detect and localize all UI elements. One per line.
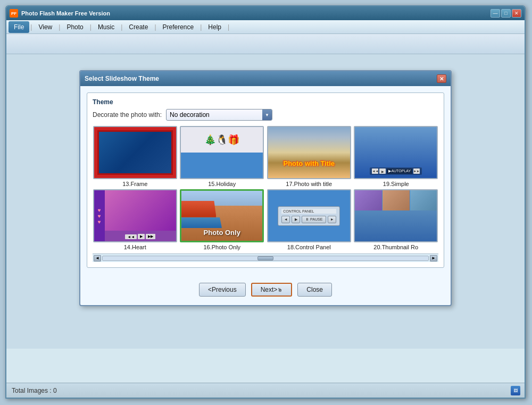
dropdown-arrow-icon: ▼	[262, 109, 272, 120]
theme-thumb-17: Photo with Title	[267, 126, 351, 179]
cp-title-label: CONTROL PANEL	[281, 209, 336, 214]
scroll-right-button[interactable]: ►	[430, 255, 437, 261]
minimize-button[interactable]: —	[491, 9, 500, 18]
thumbnail-row	[355, 190, 437, 210]
menu-sep-3: |	[89, 23, 93, 31]
menu-sep-2: |	[57, 23, 61, 31]
scroll-thumb	[257, 256, 273, 260]
holiday-top: 🎄🐧🎁	[181, 127, 263, 153]
theme-label-16: 16.Photo Only	[203, 244, 240, 250]
simple-controls: ◄◄ ▶ ▶AUTOPLAY ►►	[370, 167, 422, 175]
theme-label-20: 20.Thumbnail Ro	[373, 244, 418, 250]
maximize-button[interactable]: □	[501, 9, 511, 18]
menu-item-file[interactable]: File	[9, 21, 29, 33]
decoration-row: Decorate the photo with: No decoration ▼	[93, 109, 438, 121]
theme-thumb-20	[354, 189, 438, 242]
photo-title-overlay-text: Photo with Title	[268, 159, 350, 167]
previous-button[interactable]: <Previous	[199, 283, 246, 297]
scroll-left-button[interactable]: ◄	[94, 255, 101, 261]
control-panel-box: CONTROL PANEL ◄ ▶ ⏸ PAUSE ►	[278, 206, 340, 226]
app-icon: PF	[10, 9, 18, 18]
menu-item-view[interactable]: View	[33, 21, 57, 33]
cp-play-btn: ▶	[292, 216, 300, 223]
status-icon: 🖼	[511, 386, 520, 395]
theme-thumb-13	[93, 126, 177, 179]
dialog-close-button[interactable]: ✕	[437, 74, 446, 83]
theme-item-15[interactable]: 🎄🐧🎁 15.Holiday	[180, 126, 265, 187]
frame-decoration	[94, 127, 176, 178]
decoration-label: Decorate the photo with:	[93, 111, 162, 119]
close-button[interactable]: ✕	[512, 9, 521, 18]
status-bar: Total Images : 0 🖼	[6, 383, 525, 398]
menu-sep-4: |	[120, 23, 123, 31]
close-button-dialog[interactable]: Close	[297, 283, 332, 297]
cp-prev-btn: ◄	[281, 216, 290, 223]
mini-thumb-3	[410, 190, 437, 210]
app-window: PF Photo Flash Maker Free Version — □ ✕ …	[5, 5, 526, 399]
theme-section: Theme Decorate the photo with: No decora…	[87, 92, 444, 268]
menu-item-music[interactable]: Music	[93, 21, 120, 33]
next-button[interactable]: Next>🖱	[251, 283, 293, 297]
dialog-buttons: <Previous Next>🖱 Close	[80, 274, 451, 305]
simple-next-btn: ►►	[413, 168, 420, 174]
toolbar	[6, 34, 525, 54]
scroll-area: ◄ ►	[93, 254, 438, 262]
photo-only-decoration: Photo Only	[181, 191, 262, 241]
theme-section-title: Theme	[93, 98, 438, 106]
slideshow-theme-dialog: Select Slideshow Theme ✕ Theme Decorate …	[79, 70, 452, 306]
theme-label-17: 17.Photo with title	[286, 181, 332, 187]
theme-thumb-19: ◄◄ ▶ ▶AUTOPLAY ►►	[354, 126, 438, 179]
theme-thumb-16: Photo Only	[180, 189, 264, 242]
theme-item-14[interactable]: ♥ ♥ ♥ ◄◄ ▶ ▶▶	[93, 189, 178, 250]
photo-only-text: Photo Only	[181, 229, 262, 237]
status-text: Total Images : 0	[12, 387, 57, 394]
holiday-bottom	[181, 153, 263, 178]
dialog-title-bar: Select Slideshow Theme ✕	[80, 71, 451, 86]
menu-item-photo[interactable]: Photo	[61, 21, 88, 33]
beach-image	[268, 127, 350, 178]
simple-decoration: ◄◄ ▶ ▶AUTOPLAY ►►	[355, 127, 437, 178]
menu-item-help[interactable]: Help	[203, 21, 227, 33]
mini-thumb-1	[355, 190, 382, 210]
window-controls: — □ ✕	[491, 9, 521, 18]
main-area: Select Slideshow Theme ✕ Theme Decorate …	[6, 54, 525, 349]
app-title: Photo Flash Maker Free Version	[21, 10, 491, 16]
theme-item-16[interactable]: Photo Only 16.Photo Only	[180, 189, 265, 250]
simple-play-btn: ▶	[379, 168, 386, 174]
theme-label-18: 18.Control Panel	[287, 244, 331, 250]
dialog-content: Theme Decorate the photo with: No decora…	[80, 86, 451, 274]
menu-sep-1: |	[29, 23, 33, 31]
theme-thumb-14: ♥ ♥ ♥ ◄◄ ▶ ▶▶	[93, 189, 177, 242]
heart-decoration: ♥ ♥ ♥ ◄◄ ▶ ▶▶	[94, 190, 176, 241]
cp-next-btn: ►	[328, 216, 336, 223]
theme-label-14: 14.Heart	[124, 244, 146, 250]
decoration-dropdown[interactable]: No decoration ▼	[166, 109, 272, 121]
theme-label-19: 19.Simple	[383, 181, 409, 187]
photo-title-decoration: Photo with Title	[268, 127, 350, 178]
theme-label-13: 13.Frame	[122, 181, 147, 187]
decoration-value: No decoration	[170, 111, 210, 119]
theme-label-15: 15.Holiday	[208, 181, 236, 187]
theme-item-17[interactable]: Photo with Title 17.Photo with title	[267, 126, 352, 187]
heart-controls: ◄◄ ▶ ▶▶	[105, 234, 176, 239]
theme-item-19[interactable]: ◄◄ ▶ ▶AUTOPLAY ►► 19.Simple	[354, 126, 439, 187]
menu-item-preference[interactable]: Preference	[157, 21, 200, 33]
theme-item-13[interactable]: 13.Frame	[93, 126, 178, 187]
theme-thumb-15: 🎄🐧🎁	[180, 126, 264, 179]
menu-bar: File | View | Photo | Music | Create | P…	[6, 20, 525, 34]
main-photo	[355, 210, 437, 241]
thumbnail-decoration	[355, 190, 437, 241]
theme-thumb-18: CONTROL PANEL ◄ ▶ ⏸ PAUSE ►	[267, 189, 351, 242]
cp-pause-btn: ⏸ PAUSE	[302, 216, 326, 223]
menu-sep-7: |	[227, 23, 230, 31]
theme-item-20[interactable]: 20.Thumbnail Ro	[354, 189, 439, 250]
theme-item-18[interactable]: CONTROL PANEL ◄ ▶ ⏸ PAUSE ►	[267, 189, 352, 250]
bridge	[181, 201, 222, 229]
menu-sep-5: |	[153, 23, 157, 31]
menu-item-create[interactable]: Create	[123, 21, 153, 33]
menu-sep-6: |	[199, 23, 203, 31]
dialog-title: Select Slideshow Theme	[85, 75, 159, 82]
mini-thumb-2	[383, 190, 410, 210]
scroll-track[interactable]	[102, 256, 429, 261]
cp-controls: ◄ ▶ ⏸ PAUSE ►	[281, 216, 336, 223]
